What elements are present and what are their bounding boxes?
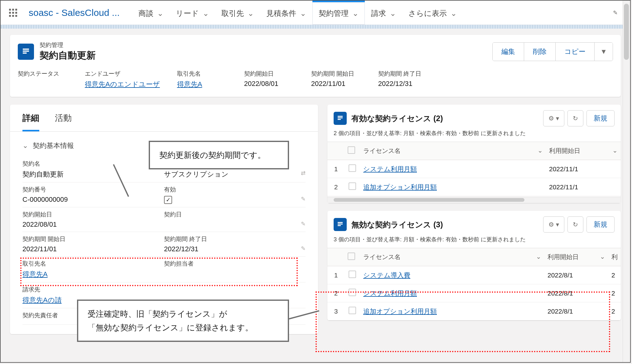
- row-checkbox[interactable]: [349, 182, 356, 190]
- license-name-link[interactable]: システム利用月額: [363, 165, 417, 173]
- table-row: 1 システム導入費 2022/8/1 2: [327, 266, 621, 284]
- row-index: 1: [327, 160, 345, 178]
- chevron-down-icon[interactable]: ⌄: [157, 9, 163, 18]
- license-name-link[interactable]: システム利用月額: [363, 290, 417, 297]
- field-number-value: C-0000000009: [22, 196, 164, 204]
- table-row: 2 システム利用月額 2022/8/1 2: [327, 284, 621, 302]
- chevron-down-icon[interactable]: ⌄: [203, 9, 209, 18]
- row-index: 1: [327, 266, 345, 284]
- summary-status: 契約ステータス: [18, 70, 68, 89]
- edit-button[interactable]: 編集: [493, 43, 524, 61]
- chevron-down-icon[interactable]: ⌄: [248, 9, 254, 18]
- extra-cell: 2: [608, 302, 621, 320]
- select-all-checkbox[interactable]: [348, 253, 355, 260]
- col-license-name[interactable]: ライセンス名⌄: [360, 142, 546, 160]
- field-period-start-label: 契約期間 開始日: [22, 235, 164, 243]
- col-extra[interactable]: 利: [608, 248, 621, 266]
- app-launcher-icon[interactable]: [7, 7, 19, 19]
- edit-nav-icon[interactable]: ✎: [607, 9, 624, 16]
- table-row: 1 システム利用月額 2022/11/1: [327, 160, 621, 178]
- tab-detail[interactable]: 詳細: [22, 112, 39, 131]
- copy-button[interactable]: コピー: [556, 43, 595, 61]
- extra-cell: 2: [608, 266, 621, 284]
- chevron-down-icon[interactable]: ⌄: [390, 9, 396, 18]
- callout-period: 契約更新後の契約期間です。: [149, 141, 289, 169]
- row-checkbox[interactable]: [349, 307, 356, 314]
- license-name-link[interactable]: 追加オプション利用月額: [363, 308, 437, 315]
- start-date-cell: 2022/11/1: [546, 178, 621, 196]
- summary-enduser: エンドユーザ 得意先Aのエンドユーザ: [85, 70, 160, 89]
- settings-button[interactable]: ⚙▾: [543, 216, 564, 233]
- tab-activity[interactable]: 活動: [55, 112, 72, 131]
- refresh-button[interactable]: ↻: [567, 216, 583, 233]
- valid-checkbox: [164, 196, 172, 204]
- valid-license-table: ライセンス名⌄ 利用開始日⌄ 1 システム利用月額 2022/11/12 追加オ…: [327, 142, 621, 196]
- start-date-cell: 2022/8/1: [544, 302, 608, 320]
- new-button[interactable]: 新規: [586, 216, 615, 233]
- field-owner-label: 契約担当者: [164, 260, 306, 268]
- nav-tab-billing[interactable]: 請求⌄: [365, 1, 402, 25]
- field-number-label: 契約番号: [22, 186, 164, 194]
- field-contractdate-label: 契約日: [164, 210, 306, 219]
- decorative-strip: [1, 25, 630, 29]
- field-account-value[interactable]: 得意先A: [22, 270, 164, 279]
- start-date-cell: 2022/11/1: [546, 160, 621, 178]
- nav-tab-lead[interactable]: リード⌄: [170, 1, 215, 25]
- col-start-date[interactable]: 利用開始日⌄: [546, 142, 621, 160]
- field-valid-label: 有効: [164, 186, 306, 194]
- license-name-link[interactable]: 追加オプション利用月額: [363, 183, 437, 191]
- col-license-name[interactable]: ライセンス名⌄: [360, 248, 544, 266]
- field-billto-label: 請求先: [22, 286, 164, 294]
- chevron-down-icon[interactable]: ⌄: [352, 9, 359, 18]
- license-name-link[interactable]: システム導入費: [363, 272, 410, 279]
- change-rectype-icon[interactable]: ⇄: [301, 170, 306, 177]
- related-valid-subtitle: 2 個の項目・並び替え基準: 月額・検索条件: 有効・数秒前 に更新されました: [327, 130, 621, 142]
- col-start-date[interactable]: 利用開始日⌄: [544, 248, 608, 266]
- edit-icon[interactable]: ✎: [301, 220, 306, 227]
- nav-tab-quote[interactable]: 見積条件⌄: [260, 1, 312, 25]
- nav-tab-more[interactable]: さらに表示⌄: [402, 1, 463, 25]
- nav-tab-account[interactable]: 取引先⌄: [215, 1, 260, 25]
- related-valid-title: 有効な契約ライセンス (2): [351, 113, 443, 124]
- top-navigation: soasc - SalesCloud ... 商談⌄ リード⌄ 取引先⌄ 見積条…: [1, 1, 630, 25]
- row-index: 2: [327, 284, 345, 302]
- summary-account: 取引先名 得意先A: [177, 70, 227, 89]
- chevron-down-icon[interactable]: ⌄: [300, 9, 306, 18]
- chevron-down-icon: ⌄: [538, 147, 543, 154]
- field-startdate-label: 契約開始日: [22, 210, 164, 219]
- summary-period-start: 契約期間 開始日 2022/11/01: [311, 70, 361, 89]
- field-period-end-label: 契約期間 終了日: [164, 235, 306, 243]
- summary-period-end: 契約期間 終了日 2022/12/31: [378, 70, 428, 89]
- chevron-down-icon[interactable]: ⌄: [451, 9, 457, 18]
- row-checkbox[interactable]: [349, 271, 356, 278]
- row-index: 3: [327, 302, 345, 320]
- vertical-scrollbar[interactable]: [623, 1, 630, 362]
- field-account-label: 取引先名: [22, 260, 164, 268]
- settings-button[interactable]: ⚙▾: [543, 110, 564, 126]
- chevron-down-icon: ▾: [556, 221, 559, 228]
- select-all-checkbox[interactable]: [348, 146, 355, 154]
- nav-tab-contract[interactable]: 契約管理⌄: [312, 1, 365, 25]
- chevron-down-icon: ⌄: [536, 253, 541, 260]
- refresh-button[interactable]: ↻: [567, 110, 583, 126]
- field-name-value: 契約自動更新: [22, 170, 164, 179]
- edit-icon[interactable]: ✎: [301, 245, 306, 252]
- horizontal-scrollbar[interactable]: [327, 197, 621, 203]
- field-rectype-value: サブスクリプション: [164, 170, 229, 178]
- extra-cell: 2: [608, 284, 621, 302]
- delete-button[interactable]: 削除: [524, 43, 556, 61]
- row-checkbox[interactable]: [349, 164, 356, 172]
- related-invalid-subtitle: 3 個の項目・並び替え基準: 月額・検索条件: 有効・数秒前 に更新されました: [327, 236, 621, 248]
- row-checkbox[interactable]: [349, 289, 356, 296]
- nav-tab-opportunity[interactable]: 商談⌄: [132, 1, 170, 25]
- new-button[interactable]: 新規: [586, 110, 615, 126]
- refresh-icon: ↻: [573, 221, 578, 228]
- object-label: 契約管理: [40, 41, 96, 49]
- more-actions-button[interactable]: ▼: [595, 43, 613, 61]
- refresh-icon: ↻: [573, 115, 578, 122]
- summary-start: 契約開始日 2022/08/01: [244, 70, 294, 89]
- edit-icon[interactable]: ✎: [301, 196, 306, 202]
- record-header: 契約管理 契約自動更新 編集 削除 コピー ▼ 契約ステータス エンドユーザ 得: [10, 35, 621, 97]
- record-name: 契約自動更新: [40, 49, 96, 62]
- field-period-end-value: 2022/12/31: [164, 245, 198, 253]
